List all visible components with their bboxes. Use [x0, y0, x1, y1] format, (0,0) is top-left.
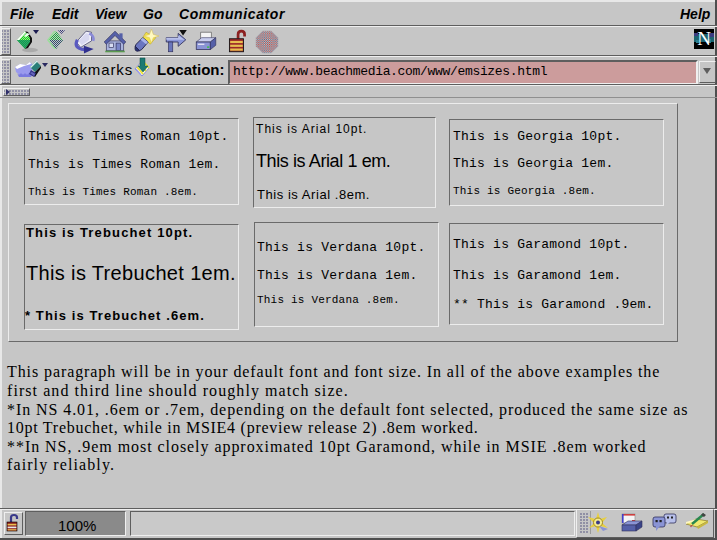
svg-text:N: N — [697, 29, 711, 49]
